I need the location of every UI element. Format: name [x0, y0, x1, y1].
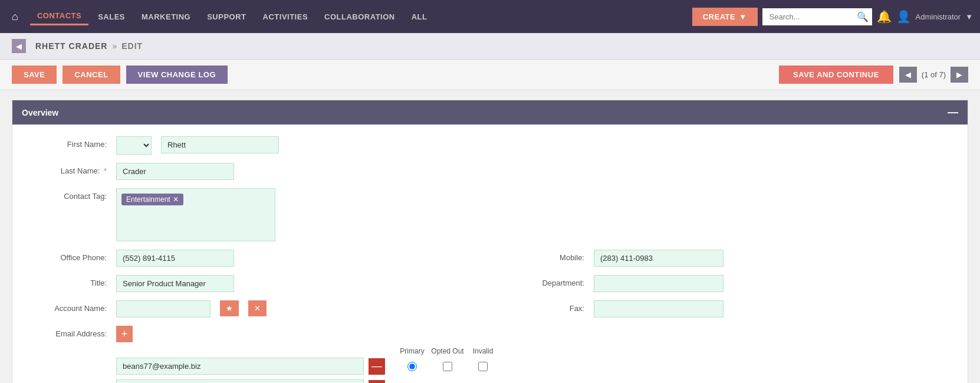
nav-contacts[interactable]: CONTACTS — [30, 8, 88, 25]
overview-header: Overview — — [12, 100, 968, 125]
email-row-2: — — [116, 379, 501, 383]
add-email-button[interactable]: + — [116, 326, 133, 342]
office-phone-label: Office Phone: — [30, 250, 107, 262]
bell-icon[interactable]: 🔔 — [877, 9, 892, 24]
last-name-input[interactable] — [116, 163, 234, 180]
breadcrumb-back-arrow[interactable]: ◀ — [12, 39, 26, 53]
action-right: SAVE AND CONTINUE ◀ (1 of 7) ▶ — [779, 66, 968, 84]
tag-container[interactable]: Entertainment ✕ — [116, 188, 275, 241]
admin-arrow[interactable]: ▼ — [965, 12, 973, 21]
fax-label: Fax: — [508, 300, 584, 313]
collapse-icon[interactable]: — — [948, 106, 958, 119]
search-icon[interactable]: 🔍 — [857, 11, 869, 22]
breadcrumb-separator: » — [112, 41, 117, 51]
overview-body: First Name: Mr. Ms. Dr. Last Name: * — [12, 125, 968, 383]
account-name-label: Account Name: — [30, 300, 107, 313]
nav-marketing[interactable]: MARKETING — [134, 9, 198, 25]
email-content: + Primary Opted Out — [116, 326, 501, 383]
department-label: Department: — [508, 275, 584, 287]
action-bar: SAVE CANCEL VIEW CHANGE LOG SAVE AND CON… — [0, 60, 980, 90]
search-input[interactable] — [762, 8, 857, 25]
nav-support[interactable]: SUPPORT — [200, 9, 253, 25]
create-button[interactable]: CREATE ▼ — [692, 8, 758, 26]
tag-remove-icon[interactable]: ✕ — [173, 195, 179, 204]
account-name-input[interactable] — [116, 300, 211, 317]
email-primary-radio-1[interactable] — [407, 362, 417, 371]
nav-activities[interactable]: ACTIVITIES — [256, 9, 315, 25]
pagination-next-button[interactable]: ▶ — [951, 67, 968, 83]
email-input-1[interactable] — [116, 358, 364, 375]
main-content: Overview — First Name: Mr. Ms. Dr. Last … — [0, 90, 980, 383]
pagination-controls: ◀ (1 of 7) ▶ — [899, 67, 968, 83]
search-wrapper: 🔍 — [762, 8, 872, 25]
nav-sales[interactable]: SALES — [91, 9, 132, 25]
nav-collaboration[interactable]: COLLABORATION — [317, 9, 402, 25]
first-name-input[interactable] — [161, 136, 279, 153]
tag-label: Entertainment — [126, 195, 170, 204]
email-section: Email Address: + Primary Opted Out — [30, 326, 950, 383]
office-phone-input[interactable] — [116, 250, 234, 267]
department-input[interactable] — [594, 275, 724, 292]
email-invalid-check-1[interactable] — [478, 362, 488, 371]
mobile-col: Mobile: — [508, 250, 950, 275]
phone-row: Office Phone: Mobile: — [30, 250, 950, 275]
mobile-input[interactable] — [594, 250, 724, 267]
tag-entertainment: Entertainment ✕ — [121, 194, 183, 205]
title-dept-row: Title: Department: — [30, 275, 950, 300]
breadcrumb-contact-name: RHETT CRADER — [35, 41, 107, 51]
invalid-header: Invalid — [465, 347, 501, 355]
remove-email-2-button[interactable]: — — [369, 380, 385, 384]
mobile-label: Mobile: — [508, 250, 584, 262]
overview-title: Overview — [22, 108, 58, 117]
view-changelog-button[interactable]: VIEW CHANGE LOG — [126, 66, 228, 84]
pagination-prev-button[interactable]: ◀ — [899, 67, 917, 83]
last-name-row: Last Name: * — [30, 163, 950, 180]
fax-input[interactable] — [594, 300, 724, 317]
email-row-1: — — [116, 358, 501, 375]
nav-all[interactable]: ALL — [405, 9, 435, 25]
email-label: Email Address: — [30, 326, 107, 338]
account-fax-row: Account Name: ★ ✕ Fax: — [30, 300, 950, 326]
account-select-button[interactable]: ★ — [220, 300, 239, 316]
breadcrumb-edit-label: EDIT — [121, 41, 143, 51]
email-input-2[interactable] — [116, 379, 364, 383]
admin-label[interactable]: Administrator — [916, 12, 961, 21]
office-phone-col: Office Phone: — [30, 250, 472, 275]
breadcrumb-bar: ◀ RHETT CRADER » EDIT — [0, 33, 980, 60]
email-opted-out-check-1[interactable] — [443, 362, 452, 371]
contact-tag-row: Contact Tag: Entertainment ✕ — [30, 188, 950, 241]
contact-tag-label: Contact Tag: — [30, 188, 107, 201]
last-name-label: Last Name: * — [30, 163, 107, 175]
overview-section: Overview — First Name: Mr. Ms. Dr. Last … — [12, 100, 968, 383]
name-prefix-select[interactable]: Mr. Ms. Dr. — [116, 136, 152, 155]
first-name-label: First Name: — [30, 136, 107, 149]
save-button[interactable]: SAVE — [12, 66, 57, 84]
cancel-button[interactable]: CANCEL — [63, 66, 120, 84]
remove-email-1-button[interactable]: — — [369, 358, 385, 375]
first-name-row: First Name: Mr. Ms. Dr. — [30, 136, 950, 155]
top-nav: ⌂ CONTACTS SALES MARKETING SUPPORT ACTIV… — [0, 0, 980, 33]
pagination-label: (1 of 7) — [919, 70, 948, 79]
primary-header: Primary — [394, 347, 430, 355]
save-and-continue-button[interactable]: SAVE AND CONTINUE — [779, 66, 893, 84]
opted-out-header: Opted Out — [430, 347, 465, 355]
account-clear-button[interactable]: ✕ — [248, 300, 267, 316]
title-label: Title: — [30, 275, 107, 287]
nav-right: CREATE ▼ 🔍 🔔 👤 Administrator ▼ — [692, 8, 973, 26]
home-icon[interactable]: ⌂ — [7, 7, 23, 27]
user-icon[interactable]: 👤 — [896, 9, 911, 24]
title-input[interactable] — [116, 275, 234, 292]
